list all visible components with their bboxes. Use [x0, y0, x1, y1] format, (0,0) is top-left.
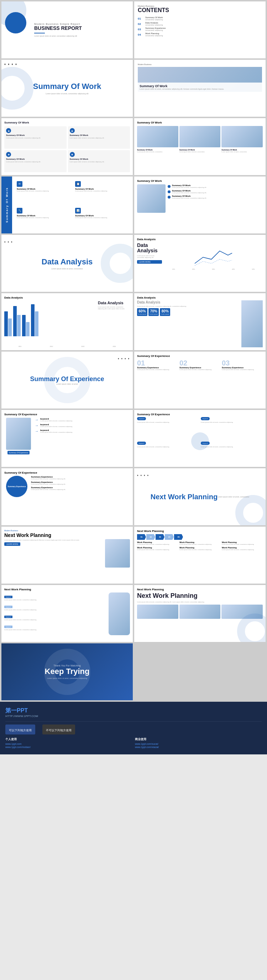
slide17-item-3: Summary Experience Lorem ipsum dolor sit…	[31, 487, 130, 490]
slide4-overlay: Summary Of Work Lorem ipsum dolor sit am…	[138, 83, 262, 92]
footer-link-4[interactable]: www.1ppt.com/xiazai/	[135, 746, 262, 748]
label-1: 10%	[164, 268, 183, 270]
slide8-item-3: Summary Of Work Lorem ipsum dolor sit am…	[168, 195, 263, 199]
slide19-body: Lorem ipsum dolor sit amet, consectetur …	[4, 539, 130, 568]
slide20-itext-3: Lorem ipsum dolor sit amet, consectetur …	[222, 543, 263, 545]
item-sub-2: consectetur adipiscing	[145, 24, 163, 26]
slide5-box-title-1: Summary Of Work	[6, 134, 65, 136]
slide15-kw-2: → keyword Lorem ipsum dolor sit amet, co…	[35, 423, 130, 427]
slide6-ttext-3: Lorem ipsum dolor sit amet, consectetur.	[221, 151, 263, 153]
slide14-num-3: 03	[222, 360, 263, 366]
slide10-text: Lorem ipsum dolor sit amet, consectetur …	[137, 255, 162, 258]
footer-divider	[5, 721, 262, 722]
slide21-tagtext-1: Lorem ipsum dolor sit amet, consectetur …	[4, 599, 107, 601]
slide-data-analysis-large: ♦ ♦ ♦ Data Analysis Lorem ipsum dolor si…	[2, 235, 133, 292]
slide6-header: Summary Of Work	[137, 121, 263, 124]
slide12-image	[242, 300, 263, 347]
slide22-img-1	[137, 605, 178, 619]
footer-coltitle-1: 个人使用	[5, 737, 132, 741]
blabel-3: 2023	[81, 345, 84, 347]
slide7-content: ✉ Summary Of Work Lorem ipsum dolor sit …	[12, 177, 133, 234]
bar-1b	[8, 318, 12, 336]
slide-contents: Modern Business CONTENTS 01 Summary Of W…	[134, 2, 265, 58]
footer-link-1[interactable]: www.1ppt.com	[5, 743, 132, 745]
step-3: 03	[156, 534, 164, 540]
kw-sub-3: Lorem ipsum dolor sit amet, consectetur …	[40, 431, 72, 433]
item-sub-3: consectetur adipiscing	[145, 29, 165, 31]
contents-items: 01 Summary Of Work consectetur adipiscin…	[138, 16, 262, 37]
slide8-itext-1: Lorem ipsum dolor sit amet, consectetur …	[172, 186, 207, 188]
slide13-sub: Lorem ipsum dolor sit amet	[56, 383, 78, 385]
slide11-bars	[4, 301, 96, 336]
slide8-bullet-2	[168, 190, 170, 193]
slide5-box-text-2: Lorem ipsum dolor sit amet, consectetur …	[70, 137, 129, 139]
slide11-header: Data Analysis	[4, 296, 130, 299]
slide20-item-4: Work Planning Lorem ipsum dolor sit amet…	[137, 547, 178, 550]
slide14-item-1: 01 Summary Experience Lorem ipsum dolor …	[137, 360, 178, 371]
slide15-kw-3: → keyword Lorem ipsum dolor sit amet, co…	[35, 429, 130, 433]
slide19-text: Lorem ipsum dolor sit amet, consectetur …	[4, 539, 103, 541]
slide10-chart-svg	[164, 243, 263, 267]
slide14-itext-2: Lorem ipsum dolor sit amet, consectetur …	[180, 369, 220, 371]
slide-experience-keywords: Summary Of Experience Summary Of Experie…	[2, 410, 133, 467]
slide22-img-2	[180, 605, 221, 619]
slide9-arc	[101, 244, 133, 283]
item-sub-4: consectetur adipiscing	[145, 35, 163, 37]
slide7-sidebar-text: Summary Of Work	[5, 187, 8, 223]
footer-brand-info: 第一PPT HTTP://WWW.1PPT.COM	[5, 707, 38, 718]
footer-link-2[interactable]: www.1ppt.com/moban/	[5, 746, 132, 748]
slide8-header: Summary Of Work	[137, 179, 263, 183]
slide21-tagtext-2: Lorem ipsum dolor sit amet, consectetur …	[4, 609, 107, 611]
slide-experience-large: ♦ ♦ ♦ ♦ Summary Of Experience Lorem ipsu…	[2, 352, 133, 409]
slide-business-report: Modern Business Simple Report BUSINESS R…	[2, 2, 133, 58]
slide21-tagrow-2: keyword Lorem ipsum dolor sit amet, cons…	[4, 603, 107, 611]
footer-coltitle-2: 商业使用	[135, 737, 262, 741]
slide5-box-text-1: Lorem ipsum dolor sit amet, consectetur …	[6, 137, 65, 139]
slide3-sub: Lorem ipsum dolor sit amet, consectetur …	[46, 92, 88, 95]
slide20-itext-6: Lorem ipsum dolor sit amet, consectetur …	[222, 549, 263, 550]
slide7-btext-2: Lorem ipsum dolor sit amet, consectetur …	[75, 190, 128, 192]
slide15-img	[6, 418, 31, 450]
slide21-tag-2: keyword	[4, 606, 13, 608]
slide21-tagtext-4: Lorem ipsum dolor sit amet, consectetur …	[4, 629, 107, 630]
slide22-header: Next Work Planning	[137, 588, 263, 591]
slide10-btn[interactable]: LEARN MORE	[137, 260, 162, 264]
slide20-item-6: Work Planning Lorem ipsum dolor sit amet…	[222, 547, 263, 550]
item-num-3: 03	[138, 28, 143, 31]
pct-num-3: 80%	[161, 309, 169, 313]
bar-2b	[17, 315, 21, 336]
slide20-item-1: Work Planning Lorem ipsum dolor sit amet…	[137, 541, 178, 545]
slide6-text-1: Summary Of Work Lorem ipsum dolor sit am…	[137, 149, 178, 153]
slide19-btn[interactable]: LEARN MORE	[4, 542, 20, 546]
slide14-item-3: 03 Summary Experience Lorem ipsum dolor …	[222, 360, 263, 371]
slide12-textarea: Data Analysis Lorem ipsum dolor sit amet…	[137, 300, 240, 347]
blabel-1: 2021	[19, 345, 22, 347]
slide20-item-2: Work Planning Lorem ipsum dolor sit amet…	[180, 541, 220, 545]
slide16-center-blob	[191, 432, 209, 450]
slide7-box-1: ✉ Summary Of Work Lorem ipsum dolor sit …	[15, 179, 72, 204]
bar-4a	[31, 304, 35, 336]
slide5-box-title-3: Summary Of Work	[6, 158, 65, 160]
slide8-body: Summary Of Work Lorem ipsum dolor sit am…	[137, 185, 263, 213]
slide13-dots: ♦ ♦ ♦ ♦	[118, 355, 130, 361]
slide20-itext-5: Lorem ipsum dolor sit amet, consectetur …	[180, 549, 220, 550]
slide5-box-title-4: Summary Of Work	[70, 158, 129, 160]
slide12-body: Data Analysis Lorem ipsum dolor sit amet…	[137, 300, 263, 347]
slide10-left: Data Analysis Lorem ipsum dolor sit amet…	[137, 243, 162, 289]
slide21-body: keyword Lorem ipsum dolor sit amet, cons…	[4, 592, 130, 639]
slide19-image	[105, 539, 130, 568]
slide9-sub: Lorem ipsum dolor sit amet, consectetur	[51, 267, 83, 270]
slide19-textarea: Lorem ipsum dolor sit amet, consectetur …	[4, 539, 103, 568]
slide9-title: Data Analysis	[42, 257, 92, 267]
slide11-datitle: Data Analysis	[98, 301, 130, 305]
slide11-bargroup-3	[22, 315, 30, 336]
slide20-itext-2: Lorem ipsum dolor sit amet, consectetur …	[180, 543, 220, 545]
footer-link-3[interactable]: www.1ppt.com/sucai/	[135, 743, 262, 745]
slide14-itext-3: Lorem ipsum dolor sit amet, consectetur …	[222, 369, 263, 371]
slide-planning-bottomimgs: Next Work Planning Next Work Planning Lo…	[134, 585, 265, 642]
pct-box-1: 60% Lorem ipsum	[137, 308, 148, 316]
item-num-2: 02	[138, 22, 143, 25]
slide16-text-3: Lorem ipsum dolor sit amet, consectetur …	[137, 446, 170, 448]
slide6-img-1	[137, 126, 178, 147]
title-divider	[34, 33, 45, 33]
